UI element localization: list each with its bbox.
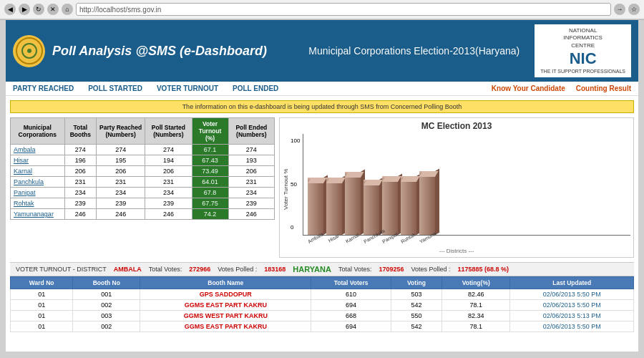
data-cell: 231 [145,177,192,188]
data-cell: 274 [228,145,274,155]
bt-col-name: Booth Name [140,277,311,289]
corporation-name-cell[interactable]: Panchkula [11,177,65,188]
main-data-table-section: Municipal Corporations Total Booths Part… [10,117,275,258]
back-button[interactable]: ◀ [4,4,16,15]
data-cell: 274 [96,145,145,155]
data-cell: 64.01 [192,177,228,188]
data-cell: 193 [228,155,274,166]
data-cell: 194 [145,155,192,166]
nav-bar: PARTY REACHED POLL STARTED VOTER TURNOUT… [6,82,638,96]
nic-text-national: NATIONAL [569,27,597,34]
refresh-button[interactable]: ↻ [33,4,44,15]
bt-col-pct: Voting(%) [442,277,510,289]
chart-section: MC Election 2013 Voter Turnout % 100 50 … [279,117,634,258]
bar-3 [364,180,379,235]
corporation-name-cell[interactable]: Karnal [11,166,65,177]
bar-5 [401,176,416,235]
y-label-0: 0 [291,224,300,231]
bottom-table: Ward No Booth No Booth Name Total Voters… [10,276,634,332]
data-cell: 231 [228,177,274,188]
bar-4 [382,176,398,235]
info-banner: The information on this e-dashboard is b… [10,100,634,113]
data-cell: 67.1 [192,145,228,155]
bt-cell-r2-c6: 02/06/2013 5:13 PM [510,311,634,321]
bt-col-ward: Ward No [11,277,73,289]
corporation-name-cell[interactable]: Hisar [11,155,65,166]
bt-cell-r3-c6: 02/06/2013 5:50 PM [510,321,634,332]
data-cell: 234 [228,188,274,198]
data-cell: 67.75 [192,198,228,209]
haryana-polled-value: 1175885 (68.8 %) [458,266,509,273]
data-cell: 239 [228,198,274,209]
data-cell: 206 [228,166,274,177]
bt-cell-r1-c2: GGMS EAST PART KAKRU [140,300,311,311]
corporation-name-cell[interactable]: Rohtak [11,198,65,209]
col-municipal: Municipal Corporations [11,118,65,145]
star-button[interactable]: ☆ [628,4,640,15]
bt-cell-r2-c1: 003 [73,311,140,321]
data-cell: 246 [96,209,145,220]
bt-cell-r1-c1: 002 [73,300,140,311]
nic-text-informatics: INFORMATICS [563,34,602,42]
bottom-table-section: Ward No Booth No Booth Name Total Voters… [6,276,638,332]
data-cell: 74.2 [192,209,228,220]
gov-logo [13,35,45,67]
bt-cell-r2-c2: GGMS WEST PART KAKRU [140,311,311,321]
forward-button[interactable]: ▶ [19,4,30,15]
bt-cell-r0-c6: 02/06/2013 5:50 PM [510,289,634,300]
home-button[interactable]: ⌂ [62,4,73,15]
svg-point-2 [27,49,31,53]
bt-cell-r0-c5: 82.46 [442,289,510,300]
data-cell: 67.43 [192,155,228,166]
bt-cell-r3-c4: 542 [391,321,441,332]
nav-party-reached[interactable]: PARTY REACHED [13,84,74,92]
header-title: Poll Analysis @SMS (e-Dashboard) [52,44,293,59]
data-cell: 274 [64,145,96,155]
data-cell: 231 [96,177,145,188]
nav-poll-ended[interactable]: POLL ENDED [233,84,278,92]
address-bar[interactable] [76,3,611,16]
bar-0 [308,178,323,235]
nav-poll-started[interactable]: POLL STARTED [88,84,142,92]
stop-button[interactable]: ✕ [47,4,59,15]
data-cell: 239 [96,198,145,209]
bar-1 [326,178,342,235]
votes-polled-label: Votes Polled : [218,266,257,273]
col-total-booths: Total Booths [64,118,96,145]
page-content: Poll Analysis @SMS (e-Dashboard) Municip… [6,20,638,352]
data-cell: 274 [145,145,192,155]
haryana-polled-label: Votes Polled : [411,266,451,273]
browser-chrome: ◀ ▶ ↻ ✕ ⌂ → ☆ [0,0,644,20]
corporation-name-cell[interactable]: Yamunanagar [11,209,65,220]
nic-tagline: THE IT SUPPORT PROFESSIONALS [540,68,625,74]
bt-cell-r1-c3: 694 [311,300,391,311]
go-button[interactable]: → [614,4,625,15]
corporation-name-cell[interactable]: Panipat [11,188,65,198]
bt-cell-r3-c3: 694 [311,321,391,332]
data-cell: 234 [145,188,192,198]
y-axis-title: Voter Turnout % [283,134,289,245]
data-cell: 246 [64,209,96,220]
nav-voter-turnout[interactable]: VOTER TURNOUT [157,84,218,92]
nic-logo-block: NATIONAL INFORMATICS CENTRE NIC THE IT S… [535,24,631,77]
data-cell: 206 [145,166,192,177]
data-cell: 239 [64,198,96,209]
chart-legend: --- Districts --- [283,248,630,254]
bt-cell-r3-c5: 78.1 [442,321,510,332]
bt-cell-r3-c0: 01 [11,321,73,332]
corporation-name-cell[interactable]: Ambala [11,145,65,155]
data-cell: 234 [96,188,145,198]
bt-cell-r1-c0: 01 [11,300,73,311]
col-party-reached: Party Reached (Numbers) [96,118,145,145]
chart-container: Voter Turnout % 100 50 0 AmbalaHisarKarn… [283,134,630,245]
col-poll-ended: Poll Ended (Numbers) [228,118,274,145]
haryana-label: HARYANA [293,265,331,274]
total-votes-value: 272966 [189,266,210,273]
chart-title: MC Election 2013 [283,121,630,131]
bt-cell-r3-c2: GGMS EAST PART KAKRU [140,321,311,332]
bt-cell-r1-c4: 542 [391,300,441,311]
page-header: Poll Analysis @SMS (e-Dashboard) Municip… [6,20,638,82]
nav-know-candidate[interactable]: Know Your Candidate [492,84,565,92]
data-cell: 195 [96,155,145,166]
nav-counting-result[interactable]: Counting Result [576,84,631,92]
